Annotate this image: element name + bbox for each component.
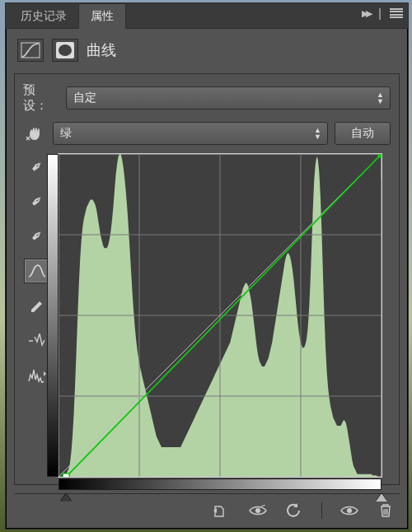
vertical-divider: | xyxy=(378,7,382,20)
updown-icon: ▲▼ xyxy=(314,127,321,140)
svg-rect-15 xyxy=(378,154,382,157)
svg-rect-14 xyxy=(63,474,69,477)
channel-row: 绿 ▲▼ 自动 xyxy=(23,122,391,145)
curves-icon[interactable] xyxy=(17,39,44,62)
panel-tabs: 历史记录 属性 ▶▶ | xyxy=(6,3,408,29)
updown-icon: ▲▼ xyxy=(377,91,383,105)
panel-bottom-bar xyxy=(14,493,400,522)
eyedropper-gray-icon[interactable]: ✒ xyxy=(25,189,49,212)
eyedropper-black-icon[interactable]: ✒ xyxy=(25,155,49,178)
layer-mask-icon[interactable] xyxy=(52,39,78,62)
preset-value: 自定 xyxy=(73,91,96,105)
channel-select[interactable]: 绿 ▲▼ xyxy=(53,122,328,145)
view-previous-icon[interactable] xyxy=(249,502,267,520)
reset-icon[interactable] xyxy=(285,502,303,520)
channel-value: 绿 xyxy=(60,126,72,141)
hand-tool-icon[interactable] xyxy=(23,124,46,142)
graph-area: ✒ ✒ ✒ xyxy=(23,153,391,478)
collapse-icon[interactable]: ▶▶ xyxy=(362,8,370,19)
preset-row: 预设： 自定 ▲▼ xyxy=(23,82,391,114)
trash-icon[interactable] xyxy=(377,502,395,520)
smooth-tool-icon[interactable] xyxy=(25,329,49,352)
eyedropper-white-icon[interactable]: ✒ xyxy=(25,224,49,247)
output-gradient xyxy=(47,154,59,477)
pencil-tool-icon[interactable] xyxy=(25,295,49,318)
svg-point-17 xyxy=(347,508,352,513)
tab-properties[interactable]: 属性 xyxy=(78,3,126,29)
auto-button[interactable]: 自动 xyxy=(335,122,391,145)
clip-to-layer-icon[interactable] xyxy=(213,502,231,520)
flyout-menu-icon[interactable] xyxy=(390,8,403,18)
curves-svg[interactable] xyxy=(59,154,382,477)
svg-point-16 xyxy=(255,508,260,513)
curves-graph[interactable] xyxy=(58,153,382,478)
curves-subpanel: 预设： 自定 ▲▼ 绿 ▲▼ 自动 ✒ ✒ ✒ xyxy=(14,73,400,485)
properties-panel: 历史记录 属性 ▶▶ | 曲线 预设： 自定 ▲▼ 绿 xyxy=(5,2,409,530)
graph-wrap xyxy=(58,153,391,478)
panel-title-row: 曲线 xyxy=(6,29,408,70)
input-gradient xyxy=(59,478,382,490)
visibility-icon[interactable] xyxy=(340,502,358,520)
tab-history[interactable]: 历史记录 xyxy=(9,4,78,28)
separator xyxy=(321,502,322,519)
panel-title: 曲线 xyxy=(87,40,116,60)
histogram-clip-icon[interactable] xyxy=(25,364,49,387)
preset-select[interactable]: 自定 ▲▼ xyxy=(66,86,391,110)
preset-label: 预设： xyxy=(23,82,59,114)
